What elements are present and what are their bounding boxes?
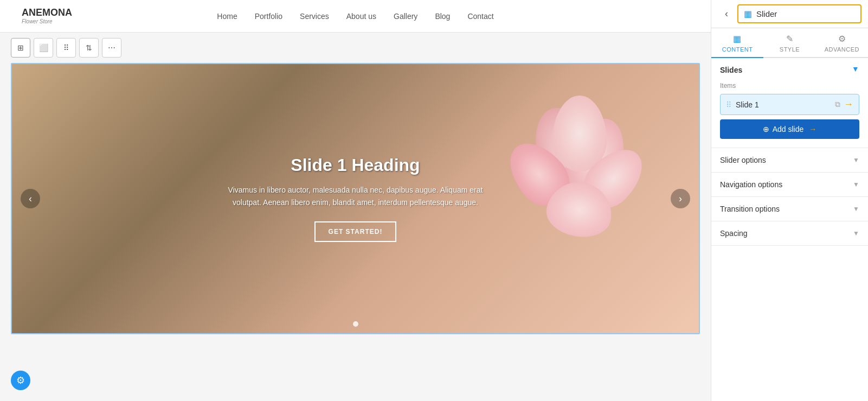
slider-background: Slide 1 Heading Vivamus in libero auctor… [12,64,699,333]
toolbar-more-btn[interactable]: ⋯ [102,38,121,58]
slider-options-section[interactable]: Slider options ▼ [711,148,868,173]
transition-options-chevron: ▼ [853,205,859,213]
toolbar-grid-btn[interactable]: ⊞ [11,38,30,58]
panel-back-button[interactable]: ‹ [718,5,735,23]
drag-icon: ⠿ [726,100,731,109]
logo-name: ANEMONA [22,7,72,18]
navigation-options-title: Navigation options [720,180,782,189]
slider-content: Slide 1 Heading Vivamus in libero auctor… [220,155,491,242]
transition-options-title: Transition options [720,205,780,213]
nav-gallery[interactable]: Gallery [394,12,417,21]
logo-sub: Flower Store [22,18,72,24]
advanced-tab-icon: ⚙ [838,34,846,44]
transition-options-section[interactable]: Transition options ▼ [711,197,868,221]
slide-item-left: ⠿ Slide 1 [726,100,759,109]
tab-advanced[interactable]: ⚙ ADVANCED [816,28,868,57]
slide-name: Slide 1 [736,100,759,109]
slider-options-chevron: ▼ [853,156,859,164]
navigation-options-section[interactable]: Navigation options ▼ [711,173,868,197]
slides-content: Items ⠿ Slide 1 ⧉ → ⊕ Add slide → [711,82,868,148]
slides-section-header[interactable]: Slides ▲ [711,58,868,82]
panel-tabs: ▦ CONTENT ✎ STYLE ⚙ ADVANCED [711,28,868,58]
navigation-options-chevron: ▼ [853,181,859,188]
back-icon: ‹ [725,8,728,20]
toolbar: ⊞ ⬜ ⠿ ⇅ ⋯ [0,33,711,63]
slider-heading: Slide 1 Heading [220,155,491,175]
tab-content[interactable]: ▦ CONTENT [711,28,763,58]
panel-title: Slider [756,9,777,18]
slide-dot-1[interactable] [353,321,358,327]
slider-text: Vivamus in libero auctor, malesuada null… [220,184,491,208]
slider-options-title: Slider options [720,156,766,164]
nav-services[interactable]: Services [300,12,329,21]
add-slide-label: Add slide [773,125,804,133]
settings-icon: ⚙ [16,374,25,386]
logo: ANEMONA Flower Store [22,8,72,24]
slider-container: Slide 1 Heading Vivamus in libero auctor… [11,63,700,334]
slides-section: Slides ▲ Items ⠿ Slide 1 ⧉ → ⊕ Add slide… [711,58,868,148]
slider-prev-arrow[interactable]: ‹ [21,189,40,208]
settings-fab[interactable]: ⚙ [11,371,30,390]
slider-dots [353,321,358,327]
nav-contact[interactable]: Contact [467,12,493,21]
flower-decoration [482,85,655,313]
panel-header: ‹ ▦ Slider [711,0,868,28]
nav-portfolio[interactable]: Portfolio [255,12,282,21]
items-label: Items [720,82,859,90]
slides-chevron-icon: ▲ [852,66,859,74]
top-nav: ANEMONA Flower Store Home Portfolio Serv… [0,0,711,33]
advanced-tab-label: ADVANCED [825,46,859,53]
nav-links: Home Portfolio Services About us Gallery… [217,11,493,21]
right-panel: ‹ ▦ Slider ▦ CONTENT ✎ STYLE ⚙ ADVANCED … [711,0,868,401]
prev-icon: ‹ [29,193,32,205]
add-slide-arrow: → [809,125,816,133]
add-slide-plus-icon: ⊕ [763,125,769,133]
slide-item-actions: ⧉ → [835,99,853,110]
slider-icon: ▦ [744,9,752,19]
slide-item-1[interactable]: ⠿ Slide 1 ⧉ → [720,94,859,115]
slides-section-title: Slides [720,66,742,74]
style-tab-icon: ✎ [786,34,794,44]
next-icon: › [679,193,682,205]
toolbar-dots-btn[interactable]: ⠿ [56,38,76,58]
slider-cta-button[interactable]: GET STARTED! [314,221,397,242]
panel-title-box: ▦ Slider [737,4,861,23]
spacing-chevron: ▼ [853,230,859,237]
tab-style[interactable]: ✎ STYLE [763,28,815,57]
add-slide-button[interactable]: ⊕ Add slide → [720,119,859,139]
spacing-section[interactable]: Spacing ▼ [711,221,868,246]
toolbar-layout-btn[interactable]: ⬜ [34,38,53,58]
slider-next-arrow[interactable]: › [671,189,690,208]
toolbar-arrows-btn[interactable]: ⇅ [79,38,99,58]
nav-home[interactable]: Home [217,12,237,21]
content-tab-icon: ▦ [733,34,742,44]
slide-edit-arrow: → [844,99,853,110]
nav-blog[interactable]: Blog [435,12,450,21]
style-tab-label: STYLE [780,46,800,53]
nav-about[interactable]: About us [346,12,376,21]
slide-copy-icon[interactable]: ⧉ [835,100,840,109]
spacing-title: Spacing [720,229,748,238]
content-tab-label: CONTENT [722,46,753,53]
